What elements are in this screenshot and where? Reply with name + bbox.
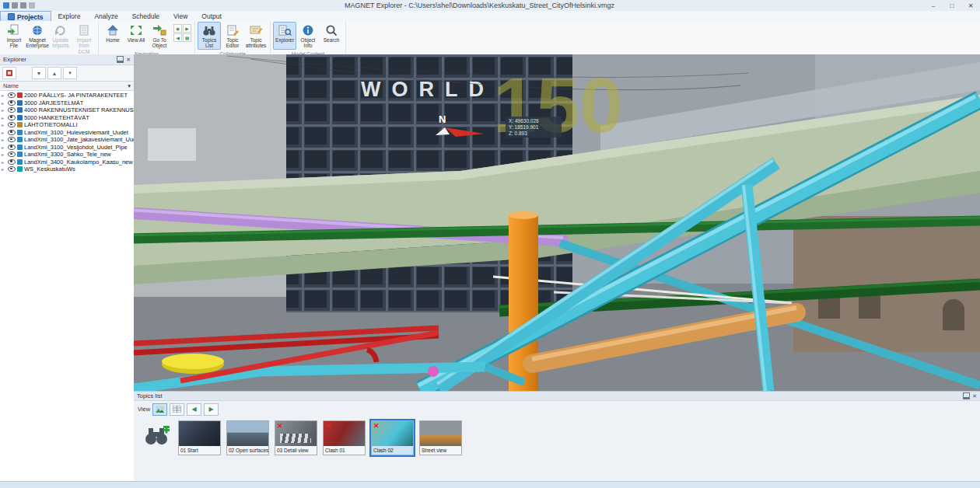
expand-arrow-icon[interactable]: ▸ [2, 100, 6, 106]
expand-arrow-icon[interactable]: ▸ [2, 122, 6, 127]
visibility-eye-icon[interactable] [8, 107, 16, 113]
visibility-eye-icon[interactable] [8, 145, 16, 150]
tree-item-label: LandXml_3300_Sahko_Tele_new [24, 151, 111, 158]
expand-arrow-icon[interactable]: ▸ [2, 166, 6, 172]
visibility-eye-icon[interactable] [8, 115, 16, 120]
visibility-eye-icon[interactable] [8, 166, 16, 172]
walk-mode-button[interactable]: ▶ [183, 24, 191, 33]
image-view-button[interactable] [152, 403, 167, 416]
tab-projects[interactable]: Projects [0, 11, 51, 21]
object-info-button[interactable]: Object Info [296, 22, 320, 50]
view-label: View [138, 406, 150, 413]
topic-thumbnail[interactable]: 02 Open surfaces [226, 420, 269, 455]
tree-item[interactable]: ▸LandXml_3100_Hulevesiviemarit_Uudet [0, 129, 134, 137]
next-topic-button[interactable]: ▶ [204, 403, 219, 416]
tree-item[interactable]: ▸WS_KeskuskatuWs [0, 166, 134, 173]
layer-type-icon [17, 152, 23, 157]
close-panel-icon[interactable]: ✕ [126, 57, 131, 63]
tree-column-header[interactable]: Name ▾ [0, 82, 134, 91]
go-to-object-button[interactable]: Go To Object [148, 22, 171, 50]
binoculars-icon [202, 24, 216, 37]
topic-editor-button[interactable]: Topic Editor [221, 22, 244, 50]
expand-all-button[interactable]: ▲ [47, 67, 61, 79]
button-label: Search [324, 37, 340, 43]
tab-explore[interactable]: Explore [51, 11, 88, 21]
previous-view-button[interactable]: ◀ [173, 33, 182, 42]
app-icon[interactable] [3, 2, 9, 9]
tab-analyze[interactable]: Analyze [87, 11, 124, 21]
magnet-enterprise-button[interactable]: Magnet Enterprise [26, 22, 49, 55]
topic-thumbnail[interactable]: Street view [419, 420, 462, 455]
tree-item[interactable]: ▸LandXml_3100_Jate_jakavesiviemant_Uudet [0, 136, 134, 144]
orbit-mode-button[interactable]: ◉ [173, 24, 182, 33]
visibility-eye-icon[interactable] [8, 130, 16, 135]
tree-item[interactable]: ▸LandXml_3400_Kaukolampo_Kaasu_new [0, 159, 134, 166]
coordinate-tooltip: X: 49630.028 Y: 18519.901 Z: 0.893 [506, 117, 562, 138]
table-view-button[interactable] [170, 403, 184, 416]
layer-type-icon [17, 122, 23, 127]
grid-view-button[interactable]: ▦ [183, 33, 191, 42]
tree-item[interactable]: ▸4000 RAKENNUSTEKNISET RAKENNUSOSAT [0, 106, 134, 114]
explorer-button[interactable]: Explorer [273, 22, 296, 50]
home-icon [106, 24, 120, 37]
tree-options-button[interactable]: ▾ [63, 67, 77, 79]
3d-viewport[interactable]: WORLD 150 N [134, 54, 980, 391]
update-imports-button[interactable]: Update Imports [49, 22, 72, 55]
save-icon[interactable] [12, 2, 18, 9]
undo-icon[interactable] [29, 2, 35, 9]
pin-icon[interactable] [963, 392, 970, 399]
expand-arrow-icon[interactable]: ▸ [2, 159, 6, 165]
import-from-dcm-button[interactable]: Import from DCM [72, 22, 96, 55]
visibility-eye-icon[interactable] [8, 159, 16, 165]
visibility-eye-icon[interactable] [8, 100, 16, 106]
expand-arrow-icon[interactable]: ▸ [2, 137, 6, 142]
ribbon-group-navigation: Home View All Go To Object ◉ ▶ ◀ ▦ Navig… [99, 21, 195, 54]
model-tree: ▸2000 PÄÄLLYS- JA PINTARAKENTEET ▸3000 J… [0, 91, 134, 482]
visibility-eye-icon[interactable] [8, 152, 16, 157]
collapse-all-button[interactable]: ▼ [32, 67, 46, 79]
model-filter-button[interactable] [2, 67, 16, 79]
tree-item[interactable]: ▸LandXml_3300_Sahko_Tele_new [0, 151, 134, 159]
import-file-button[interactable]: Import File [2, 22, 26, 55]
expand-arrow-icon[interactable]: ▸ [2, 115, 6, 120]
tab-output[interactable]: Output [194, 11, 229, 21]
topic-thumbnail[interactable]: 01 Start [178, 420, 221, 455]
visibility-eye-icon[interactable] [8, 92, 16, 98]
topic-thumbnail[interactable]: Clash 01 [323, 420, 366, 455]
topic-thumbnail-selected[interactable]: Clash 02 [371, 420, 414, 455]
topic-thumbnail-image [324, 421, 365, 446]
expand-arrow-icon[interactable]: ▸ [2, 130, 6, 135]
visibility-eye-icon[interactable] [8, 122, 16, 127]
expand-arrow-icon[interactable]: ▸ [2, 152, 6, 157]
tree-item[interactable]: ▸3000 JÄRJESTELMÄT [0, 99, 134, 107]
tree-item[interactable]: ▸LÄHTÖTIETOMALLI [0, 121, 134, 129]
tree-item[interactable]: ▸LandXml_3100_Vesijohdot_Uudet_Pipe [0, 144, 134, 152]
home-button[interactable]: Home [101, 22, 124, 50]
close-panel-icon[interactable]: ✕ [972, 393, 977, 399]
minimize-button[interactable]: – [924, 0, 943, 11]
open-icon[interactable] [20, 2, 26, 9]
expand-arrow-icon[interactable]: ▸ [2, 92, 6, 98]
topic-attributes-button[interactable]: Topic attributes [244, 22, 268, 50]
topics-list-button[interactable]: Topics List [198, 22, 221, 50]
tab-view[interactable]: View [166, 11, 194, 21]
previous-topic-button[interactable]: ◀ [187, 403, 201, 416]
expand-arrow-icon[interactable]: ▸ [2, 107, 6, 113]
view-all-button[interactable]: View All [124, 22, 148, 50]
search-button[interactable]: Search [320, 22, 343, 50]
layer-type-icon [17, 166, 23, 172]
column-filter-icon[interactable]: ▾ [128, 82, 131, 89]
nav-mini-buttons: ◉ ▶ ◀ ▦ [173, 24, 191, 42]
topic-thumbnail-label: Street view [420, 446, 461, 455]
pin-icon[interactable] [117, 56, 124, 63]
tab-schedule[interactable]: Schedule [125, 11, 166, 21]
topic-thumbnail[interactable]: 03 Detail view [275, 420, 317, 455]
tree-item[interactable]: ▸2000 PÄÄLLYS- JA PINTARAKENTEET [0, 92, 134, 99]
expand-arrow-icon[interactable]: ▸ [2, 145, 6, 150]
close-button[interactable]: ✕ [961, 0, 980, 11]
button-label: Topics List [198, 37, 220, 49]
maximize-button[interactable]: □ [943, 0, 961, 11]
visibility-eye-icon[interactable] [8, 137, 16, 142]
tree-item[interactable]: ▸5000 HANKETEHTÄVÄT [0, 114, 134, 122]
add-topic-button[interactable] [140, 420, 173, 450]
